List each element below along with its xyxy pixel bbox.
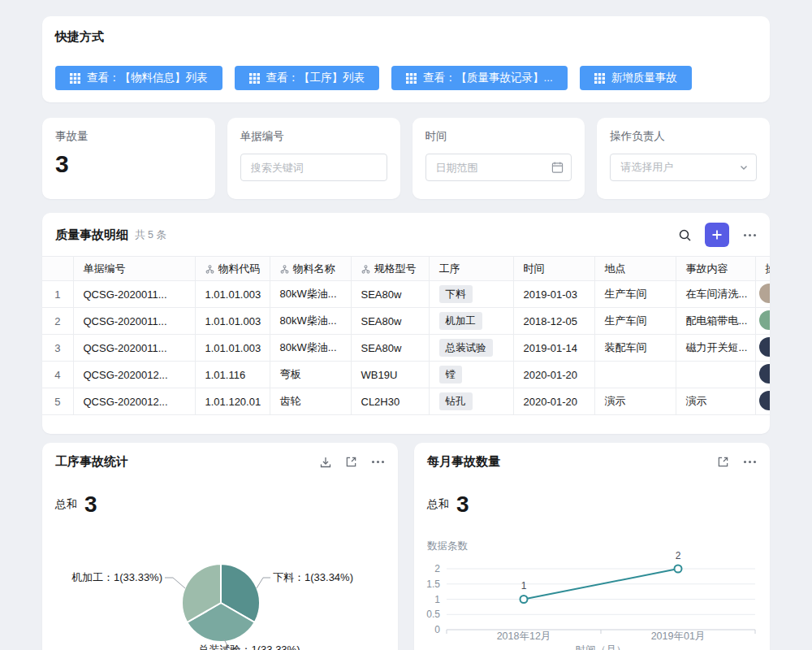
- svg-text:2: 2: [434, 563, 440, 574]
- shortcuts-title: 快捷方式: [55, 28, 757, 46]
- add-record-button[interactable]: [705, 223, 729, 247]
- col-header-content[interactable]: 事故内容: [676, 257, 755, 281]
- cell-material-code: 1.01.01.003: [195, 335, 270, 362]
- search-icon: [678, 228, 692, 242]
- avatar: [759, 391, 771, 410]
- accident-detail-card: 质量事故明细 共 5 条: [42, 213, 770, 434]
- pie-callout-bottom: 总装试验：1(33.33%): [198, 644, 300, 650]
- search-button[interactable]: [678, 228, 692, 242]
- cell-spec: WB19U: [351, 362, 429, 388]
- row-index: 4: [42, 362, 73, 388]
- cell-material-code: 1.01.116: [195, 362, 270, 388]
- col-header-spec[interactable]: 规格型号: [351, 257, 429, 281]
- cell-material-code: 1.01.01.003: [195, 308, 270, 335]
- point-label-2: 2: [676, 550, 681, 561]
- col-header-name[interactable]: 物料名称: [270, 257, 351, 281]
- cell-doc-number: QCSG-2020012...: [73, 362, 195, 388]
- line-total-value: 3: [456, 492, 469, 518]
- table-row[interactable]: 5 QCSG-2020012... 1.01.120.01 齿轮 CL2H30 …: [42, 388, 770, 415]
- accident-count-card: 事故量 3: [42, 118, 215, 199]
- cell-place: 生产车间: [594, 308, 676, 335]
- more-actions-icon[interactable]: [742, 455, 757, 470]
- process-tag: 镗: [439, 366, 463, 384]
- more-actions-icon[interactable]: [742, 228, 757, 242]
- cell-content: [676, 362, 755, 388]
- shortcut-button[interactable]: 查看：【物料信息】列表: [55, 66, 222, 90]
- grid-icon: [406, 73, 417, 84]
- table-header-row: 单据编号 物料代码 物料名称 规格型号 工序 时间 地点 事故内容 操作负责人: [42, 257, 770, 281]
- process-tag: 总装试验: [439, 339, 493, 357]
- filter-row: 事故量 3 单据编号 时间 操作负责人 请选择用户: [42, 118, 770, 199]
- time-filter-label: 时间: [425, 129, 572, 144]
- process-tag: 下料: [439, 285, 473, 303]
- cell-spec: SEA80w: [351, 308, 429, 335]
- data-point-2: [675, 566, 682, 573]
- shortcut-button-label: 查看：【质量事故记录】...: [423, 71, 553, 85]
- date-range-input[interactable]: [425, 154, 572, 181]
- process-tag: 钻孔: [439, 392, 473, 410]
- svg-text:0: 0: [434, 624, 440, 635]
- cell-material-code: 1.01.01.003: [195, 281, 270, 308]
- cell-content: 磁力开关短...: [676, 335, 755, 362]
- svg-text:0.5: 0.5: [426, 609, 440, 620]
- col-header-operator[interactable]: 操作负责人: [755, 257, 770, 281]
- doc-number-search-input[interactable]: [240, 154, 387, 181]
- more-actions-icon[interactable]: [370, 455, 385, 470]
- operator-filter-card: 操作负责人 请选择用户: [597, 118, 770, 199]
- expand-icon[interactable]: [717, 456, 729, 468]
- cell-operator: [755, 335, 770, 362]
- monthly-line-chart: 数据条数 2 1.5 1 0.5 0 2018年12月: [414, 532, 770, 650]
- cell-process: 下料: [429, 281, 513, 308]
- cell-material-name: 弯板: [270, 362, 351, 388]
- data-point-1: [520, 596, 528, 603]
- svg-text:1.5: 1.5: [426, 578, 440, 590]
- cell-time: 2019-01-03: [513, 281, 594, 308]
- col-header-code[interactable]: 物料代码: [195, 257, 270, 281]
- cell-doc-number: QCSG-2020012...: [73, 388, 195, 415]
- save-chart-icon[interactable]: [319, 456, 332, 469]
- operator-filter-label: 操作负责人: [610, 129, 757, 144]
- grid-icon: [249, 73, 260, 84]
- shortcuts-card: 快捷方式 查看：【物料信息】列表 查看：【工序】列表: [42, 16, 770, 102]
- cell-content: 在车间清洗...: [676, 281, 755, 308]
- table-row[interactable]: 1 QCSG-2020011... 1.01.01.003 80kW柴油... …: [42, 281, 770, 308]
- col-header-place[interactable]: 地点: [594, 257, 676, 281]
- table-row[interactable]: 2 QCSG-2020011... 1.01.01.003 80kW柴油... …: [42, 308, 770, 335]
- cell-doc-number: QCSG-2020011...: [73, 308, 195, 335]
- detail-card-title: 质量事故明细: [55, 228, 128, 243]
- accident-count-label: 事故量: [55, 129, 202, 144]
- avatar: [759, 284, 771, 303]
- table-row[interactable]: 4 QCSG-2020012... 1.01.116 弯板 WB19U 镗 20…: [42, 362, 770, 388]
- dashboard-page: 快捷方式 查看：【物料信息】列表 查看：【工序】列表: [0, 0, 812, 650]
- col-header-process[interactable]: 工序: [429, 257, 513, 281]
- row-index: 3: [42, 335, 73, 362]
- y-axis-title: 数据条数: [427, 540, 469, 552]
- cell-spec: SEA80w: [351, 281, 429, 308]
- pie-callout-left: 机加工：1(33.33%): [71, 571, 162, 583]
- shortcut-button[interactable]: 查看：【质量事故记录】...: [391, 66, 568, 90]
- link-field-icon: [205, 264, 214, 276]
- shortcut-button-label: 查看：【工序】列表: [266, 71, 365, 85]
- cell-doc-number: QCSG-2020011...: [73, 281, 195, 308]
- plus-icon: [711, 229, 723, 240]
- expand-icon[interactable]: [345, 456, 357, 468]
- cell-doc-number: QCSG-2020011...: [73, 335, 195, 362]
- x-tick-jan2019: 2019年01月: [651, 630, 706, 642]
- link-field-icon: [361, 264, 370, 276]
- cell-spec: SEA80w: [351, 335, 429, 362]
- cell-time: 2020-01-20: [513, 388, 594, 415]
- table-row[interactable]: 3 QCSG-2020011... 1.01.01.003 80kW柴油... …: [42, 335, 770, 362]
- cell-place: [594, 362, 676, 388]
- col-header-time[interactable]: 时间: [513, 257, 594, 281]
- shortcut-button[interactable]: 查看：【工序】列表: [235, 66, 380, 90]
- shortcut-button[interactable]: 新增质量事故: [580, 66, 692, 90]
- cell-operator: [755, 362, 770, 388]
- process-stats-card: 工序事故统计 总和 3: [42, 443, 398, 650]
- row-index: 5: [42, 388, 73, 415]
- cell-operator: [755, 281, 770, 308]
- col-header-index: [42, 257, 73, 281]
- operator-select[interactable]: 请选择用户: [610, 154, 757, 181]
- col-header-doc[interactable]: 单据编号: [73, 257, 195, 281]
- pie-total-value: 3: [84, 492, 97, 518]
- cell-place: 演示: [594, 388, 676, 415]
